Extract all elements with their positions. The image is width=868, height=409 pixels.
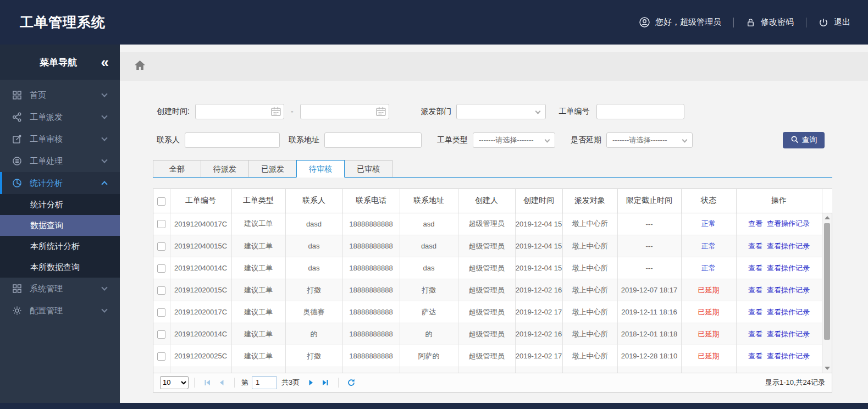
refresh-icon[interactable] [346, 377, 357, 388]
dispatch-dept-select[interactable] [456, 104, 546, 119]
cell-creator: 超级管理员 [458, 301, 515, 323]
select-all-checkbox[interactable] [157, 197, 165, 206]
cell-dispatch_target: 墩上中心所 [562, 235, 617, 257]
column-header: 状态 [681, 189, 736, 213]
cell-deadline: 2019-12-11 18:16 [617, 301, 681, 323]
cell-address: dasd [400, 235, 458, 257]
row-checkbox[interactable] [157, 286, 165, 295]
sidebar-item-review[interactable]: 工单审核 [0, 128, 120, 150]
cell-order_no: 201912020015C [170, 279, 231, 301]
search-button[interactable]: 查询 [783, 132, 825, 148]
status-tabs: 全部 待派发 已派发 待审核 已审核 [153, 160, 832, 178]
sidebar-item-statistics[interactable]: 统计分析 [0, 172, 120, 194]
chevron-down-icon [101, 157, 107, 163]
sidebar-item-config[interactable]: 配置管理 [0, 300, 120, 322]
tab-to-dispatch[interactable]: 待派发 [201, 160, 249, 177]
view-operation-log-link[interactable]: 查看操作记录 [767, 330, 810, 338]
prev-page-button[interactable] [216, 377, 227, 388]
chevron-down-icon [101, 91, 107, 97]
cell-dispatch_target: 墩上中心所 [562, 279, 617, 301]
sidebar-item-dispatch[interactable]: 工单派发 [0, 106, 120, 128]
table-row: 201912020015C建议工单打撒18888888888打撒超级管理员201… [153, 279, 832, 301]
change-password-button[interactable]: 修改密码 [746, 17, 794, 27]
actions-cell: 查看查看操作记录 [736, 345, 822, 367]
chevron-up-icon [101, 181, 107, 187]
sidebar-subitem-local-data-query[interactable]: 本所数据查询 [0, 257, 120, 278]
next-page-button[interactable] [306, 377, 317, 388]
logout-button[interactable]: 退出 [819, 17, 850, 27]
calendar-icon[interactable] [375, 106, 386, 117]
records-summary: 显示1-10,共24记录 [765, 378, 825, 388]
empty-cell [515, 367, 562, 373]
page-prefix-label: 第 [241, 378, 248, 388]
cell-creator: 超级管理员 [458, 323, 515, 345]
cell-address: 的 [400, 323, 458, 345]
sidebar-collapse-icon[interactable]: « [101, 55, 109, 69]
tab-all[interactable]: 全部 [153, 160, 201, 177]
scroll-up-arrow-icon[interactable] [822, 216, 832, 219]
order-no-input[interactable] [596, 104, 684, 119]
column-header: 工单编号 [170, 189, 231, 213]
view-link[interactable]: 查看 [748, 264, 762, 272]
cell-deadline: 2019-12-28 18:10 [617, 345, 681, 367]
user-greeting[interactable]: 您好，超级管理员 [639, 17, 721, 27]
sidebar-subitem-data-query[interactable]: 数据查询 [0, 215, 120, 236]
home-icon[interactable] [134, 60, 146, 73]
empty-cell [285, 367, 342, 373]
row-checkbox[interactable] [157, 264, 165, 273]
tab-dispatched[interactable]: 已派发 [248, 160, 297, 177]
sidebar-item-process[interactable]: 工单处理 [0, 150, 120, 172]
cell-deadline: 2018-12-01 18:18 [617, 323, 681, 345]
column-header: 创建人 [458, 189, 515, 213]
cell-contact: das [285, 235, 342, 257]
last-page-button[interactable] [320, 377, 331, 388]
vertical-scrollbar[interactable] [822, 213, 832, 373]
view-link[interactable]: 查看 [748, 308, 762, 316]
tab-to-review[interactable]: 待审核 [296, 160, 345, 178]
view-link[interactable]: 查看 [748, 286, 762, 294]
row-checkbox[interactable] [157, 330, 165, 339]
row-checkbox-cell [153, 257, 170, 279]
sidebar-item-label: 配置管理 [30, 306, 63, 316]
view-operation-log-link[interactable]: 查看操作记录 [767, 308, 810, 316]
delayed-select[interactable]: -------请选择------- [606, 132, 693, 148]
view-link[interactable]: 查看 [748, 352, 762, 360]
row-checkbox[interactable] [157, 220, 165, 228]
view-operation-log-link[interactable]: 查看操作记录 [767, 264, 810, 272]
contact-input[interactable] [185, 132, 280, 148]
total-pages-label: 共3页 [281, 378, 300, 388]
row-checkbox[interactable] [157, 352, 165, 361]
order-type-select[interactable]: -------请选择------- [473, 132, 555, 148]
view-link[interactable]: 查看 [748, 219, 762, 228]
cell-creator: 超级管理员 [458, 213, 515, 235]
user-icon [639, 17, 650, 27]
view-operation-log-link[interactable]: 查看操作记录 [767, 242, 810, 250]
sidebar-item-home[interactable]: 首页 [0, 84, 120, 106]
view-operation-log-link[interactable]: 查看操作记录 [767, 352, 810, 360]
sidebar-item-system[interactable]: 系统管理 [0, 278, 120, 300]
power-icon [819, 18, 828, 27]
row-checkbox[interactable] [157, 242, 165, 251]
tab-reviewed[interactable]: 已审核 [344, 160, 392, 177]
view-link[interactable]: 查看 [748, 242, 762, 250]
scrollbar-thumb[interactable] [824, 223, 830, 340]
view-operation-log-link[interactable]: 查看操作记录 [767, 286, 810, 294]
page-number-input[interactable] [252, 376, 277, 389]
scroll-down-arrow-icon[interactable] [822, 367, 832, 370]
view-operation-log-link[interactable]: 查看操作记录 [767, 219, 810, 228]
sidebar-subitem-stat-analysis[interactable]: 统计分析 [0, 194, 120, 215]
page-size-select[interactable]: 10 [160, 376, 189, 389]
cell-order_type: 建议工单 [231, 345, 285, 367]
address-input[interactable] [324, 132, 422, 148]
table-body: 201912040017C建议工单dasd18888888888asd超级管理员… [153, 213, 832, 373]
chevron-down-icon [101, 135, 107, 141]
table-row: 201912020025C建议工单打撒18888888888阿萨的超级管理员20… [153, 345, 832, 367]
sidebar-subitem-local-stat-analysis[interactable]: 本所统计分析 [0, 236, 120, 257]
process-icon [12, 156, 22, 166]
first-page-button[interactable] [202, 377, 213, 388]
view-link[interactable]: 查看 [748, 330, 762, 338]
delayed-label: 是否延期 [571, 135, 601, 145]
row-checkbox[interactable] [157, 308, 165, 317]
calendar-icon[interactable] [270, 106, 281, 117]
status-badge: 正常 [681, 257, 736, 279]
